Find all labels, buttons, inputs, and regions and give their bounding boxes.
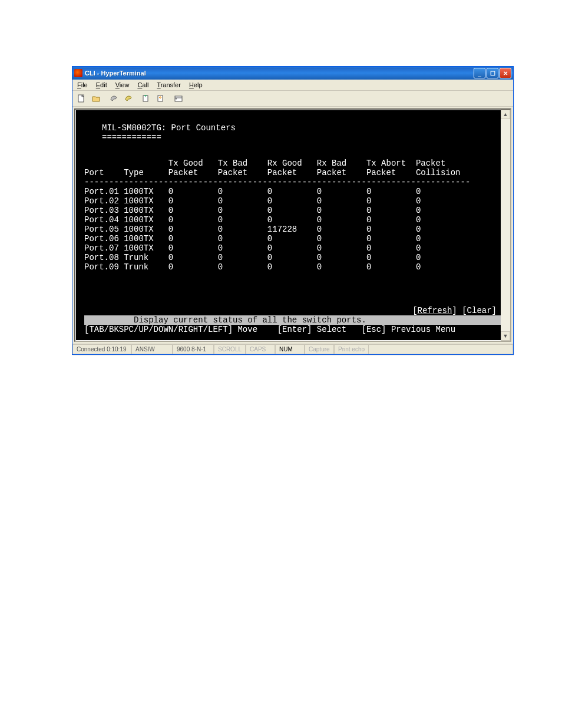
status-printecho: Print echo: [334, 344, 369, 354]
nav-help: [TAB/BKSPC/UP/DOWN/RIGHT/LEFT] Move [Ent…: [84, 325, 501, 334]
titlebar: CLI - HyperTerminal _ ☐ ✕: [72, 67, 513, 80]
status-caps: CAPS: [246, 344, 275, 354]
menu-file[interactable]: File: [74, 81, 91, 89]
status-encoding: ANSIW: [131, 344, 173, 354]
app-icon: [74, 69, 82, 77]
disconnect-icon[interactable]: [122, 92, 135, 105]
terminal[interactable]: MIL-SM8002TG: Port Counters============ …: [76, 110, 510, 340]
scroll-track[interactable]: [501, 119, 510, 331]
send-icon[interactable]: [140, 92, 153, 105]
vertical-scrollbar[interactable]: ▲ ▼: [501, 110, 510, 341]
refresh-button[interactable]: Refresh: [418, 306, 452, 315]
toolbar: [72, 91, 513, 107]
svg-rect-6: [176, 100, 177, 100]
window-title: CLI - HyperTerminal: [85, 70, 474, 77]
divider-line: ----------------------------------------…: [84, 177, 501, 187]
status-spacer: [369, 344, 513, 354]
menu-view[interactable]: View: [112, 81, 133, 89]
status-num: NUM: [275, 344, 305, 354]
statusbar: Connected 0:10:19 ANSIW 9600 8-N-1 SCROL…: [72, 344, 513, 354]
call-icon[interactable]: [107, 92, 120, 105]
menu-edit[interactable]: Edit: [92, 81, 111, 89]
properties-icon[interactable]: [172, 92, 185, 105]
col-header-1: Tx Good Tx Bad Rx Good Rx Bad Tx Abort P…: [84, 159, 501, 168]
terminal-title: MIL-SM8002TG: Port Counters: [102, 123, 501, 133]
table-rows: Port.01 1000TX 0 0 0 0 0 0 Port.02 1000T…: [84, 187, 501, 272]
action-row: [Refresh] [Clear]: [84, 306, 501, 315]
menu-help[interactable]: Help: [186, 81, 206, 89]
col-headers: Tx Good Tx Bad Rx Good Rx Bad Tx Abort P…: [84, 159, 501, 177]
scroll-down-icon[interactable]: ▼: [501, 331, 510, 341]
maximize-button[interactable]: ☐: [487, 68, 498, 78]
minimize-button[interactable]: _: [474, 68, 485, 78]
open-icon[interactable]: [90, 92, 103, 105]
menu-transfer[interactable]: Transfer: [153, 81, 184, 89]
close-button[interactable]: ✕: [500, 68, 511, 78]
scroll-up-icon[interactable]: ▲: [501, 110, 510, 119]
svg-rect-5: [176, 98, 177, 99]
table-row: Port.01 1000TX 0 0 0 0 0 0 Port.02 1000T…: [84, 187, 501, 272]
menu-call[interactable]: Call: [134, 81, 152, 89]
title-underline: ============: [102, 133, 501, 142]
col-header-2: Port Type Packet Packet Packet Packet Pa…: [84, 168, 501, 177]
status-capture: Capture: [305, 344, 334, 354]
status-scroll: SCROLL: [214, 344, 246, 354]
new-icon[interactable]: [75, 92, 88, 105]
status-connected: Connected 0:10:19: [72, 344, 131, 354]
help-line: Display current status of all the switch…: [84, 315, 501, 325]
terminal-frame: MIL-SM8002TG: Port Counters============ …: [74, 108, 511, 342]
receive-icon[interactable]: [154, 92, 167, 105]
clear-button[interactable]: Clear: [467, 306, 492, 315]
status-settings: 9600 8-N-1: [173, 344, 214, 354]
app-window: CLI - HyperTerminal _ ☐ ✕ File Edit View…: [72, 66, 514, 355]
menubar: File Edit View Call Transfer Help: [72, 80, 513, 91]
